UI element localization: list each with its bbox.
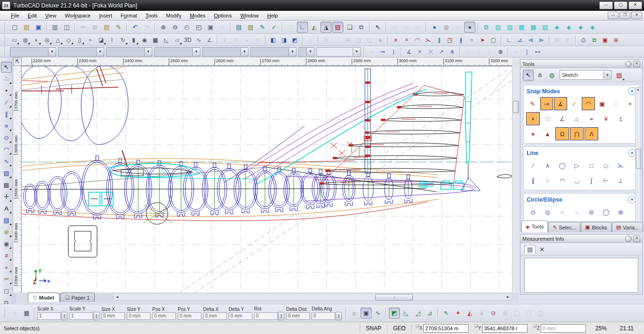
paint-bucket-button[interactable]: ▨ (332, 22, 343, 33)
mdi-restore-button[interactable]: ❐ (619, 12, 630, 19)
facet-edit-button[interactable]: ◧ (268, 35, 278, 45)
circle-tan-three[interactable]: ⊚ (614, 205, 627, 219)
horizontal-ruler[interactable]: 2200 mm2300 mm2400 mm2500 mm2600 mm2700 … (22, 57, 512, 66)
snap-quadrant[interactable]: Ω (555, 127, 569, 140)
render-hidden-line-button[interactable]: ◌ (453, 22, 463, 33)
clip-red-button[interactable]: ▣ (600, 35, 610, 45)
snap-tangent-from[interactable]: ⋂ (570, 127, 584, 140)
field-input[interactable]: 0 (312, 312, 335, 320)
snap-horizontal-ref[interactable]: ‡ (614, 112, 627, 125)
insert-part-button[interactable]: ⧉ (356, 22, 367, 33)
prism-select-button[interactable]: ◮ (321, 22, 331, 33)
circle-tan-to-line[interactable]: ⊘ (585, 205, 598, 219)
field-input[interactable]: 1 (69, 312, 93, 320)
vertical-ruler[interactable]: 3700 mm3600 mm3500 mm3400 mm3300 mm (13, 66, 22, 293)
field-input[interactable]: 0 mm (127, 312, 150, 320)
degrade-triangle-button[interactable]: ◭ (464, 308, 475, 318)
panel-node-select-button[interactable]: ⋔ (535, 70, 545, 81)
text-tool[interactable]: A (1, 203, 12, 214)
y-coordinate-field[interactable]: 3541,468378 r (482, 324, 528, 333)
pick-arrow-button[interactable]: ⇖ (441, 308, 452, 318)
menu-format[interactable]: Format (116, 12, 141, 19)
line-tangent-from-arc[interactable]: ◠ (555, 174, 569, 187)
line-irregular-polygon[interactable]: ▷ (570, 159, 584, 172)
paste-button[interactable]: ▤ (101, 22, 112, 33)
snap-vector-button[interactable]: ↗ (437, 47, 446, 57)
spinner[interactable]: ▲▼ (61, 312, 67, 320)
menu-tools[interactable]: Tools (141, 12, 162, 19)
node-delete-button[interactable]: ⊳ (537, 35, 546, 45)
circle-trim-button[interactable]: ○ (467, 35, 477, 45)
undo-button[interactable]: ↶ (130, 22, 140, 33)
multiline-tool[interactable]: ≡ (1, 121, 12, 131)
vscroll-thumb[interactable] (513, 101, 519, 113)
face-cut-button[interactable]: ◨ (279, 35, 289, 45)
edit-tool-button[interactable]: ▣ (361, 308, 372, 318)
view-back-cube-button[interactable]: ▨ (504, 22, 515, 33)
field-input[interactable]: 0 mm (152, 312, 176, 320)
box-tool[interactable]: ▧ (1, 168, 12, 179)
sheet-tab-paper1[interactable]: ❏Paper 1 (60, 293, 95, 302)
snap-quadrant-ellipse[interactable]: ◌ (610, 97, 623, 110)
snap-elevation[interactable]: ▲ (541, 127, 554, 140)
snap-angle-button[interactable]: ∡ (404, 47, 414, 57)
menu-edit[interactable]: Edit (24, 12, 41, 19)
no-fill-button[interactable]: ⊘ (488, 308, 499, 318)
sheet-tab-model[interactable]: ⬡Model (28, 293, 59, 302)
field-input[interactable]: 0 mm (229, 312, 252, 320)
snap-circle-tool[interactable]: ⊛ (1, 227, 12, 237)
chevron-down-icon[interactable]: ▼ (192, 48, 200, 56)
menu-modify[interactable]: Modify (162, 12, 185, 19)
palette-tab-varia[interactable]: ▤Varia... (612, 222, 643, 232)
print-button[interactable]: ▥ (50, 22, 60, 33)
torus-button[interactable]: ◎ (42, 35, 52, 45)
pin-icon[interactable] (625, 61, 632, 67)
prism-button[interactable]: ◇ (64, 35, 74, 45)
render-pick-button[interactable]: ◭ (309, 22, 320, 33)
chevron-down-icon[interactable]: ▼ (353, 48, 360, 56)
menu-window[interactable]: Window (236, 12, 263, 19)
helix-button[interactable]: ≈ (85, 35, 95, 45)
trim-lines-tool[interactable]: ≠ (1, 250, 12, 261)
cone-button[interactable]: △ (53, 35, 63, 45)
point-tool[interactable]: • (1, 85, 12, 96)
select-shaded-button[interactable]: ◩ (389, 308, 400, 318)
dimension-tool[interactable]: ✛ (1, 191, 12, 202)
snap-midpoint[interactable]: ∕ (568, 97, 581, 110)
palette-tab-tools[interactable]: ◈Tools (521, 220, 548, 232)
mdi-close-button[interactable]: ✕ (631, 12, 642, 19)
snap-star[interactable]: ∗ (526, 127, 540, 140)
title-bar[interactable]: 21 TurboCAD Deluxe 21.2 64-bit - [Foka W… (0, 0, 644, 11)
line-single[interactable]: ∕ (526, 159, 540, 172)
drawing-canvas[interactable]: Y Z x (22, 66, 512, 293)
hscroll-right-arrow[interactable]: ► (505, 294, 511, 300)
sweep-button[interactable]: ◉ (140, 35, 149, 45)
snap-toggle[interactable]: SNAP (361, 325, 386, 332)
insert-entity-button[interactable]: ⌂ (349, 308, 360, 318)
zoom-previous-button[interactable]: ◴ (182, 22, 192, 33)
pin-icon[interactable] (625, 236, 632, 242)
line-tangent-to-arc[interactable]: ◡ (570, 174, 584, 187)
offset-button[interactable]: ∥ (434, 35, 444, 45)
chevron-down-icon[interactable]: ▼ (144, 48, 152, 56)
camera-tool[interactable]: ◉ (1, 238, 12, 249)
trim-button[interactable]: ≠ (391, 35, 401, 45)
menu-modes[interactable]: Modes (186, 12, 210, 19)
cylinder-button[interactable]: ▯ (74, 35, 84, 45)
spell-check-button[interactable]: ✓ (269, 22, 280, 33)
print-preview-button[interactable]: ◫ (61, 22, 72, 33)
spinner[interactable]: ▲▼ (93, 312, 99, 320)
select-frame-tool[interactable]: ◻ (1, 285, 12, 296)
face-slice-button[interactable]: ◩ (290, 35, 300, 45)
stamp-button[interactable]: ⎙ (578, 35, 588, 45)
snap-perpendicular[interactable]: Λ (585, 127, 598, 140)
snap-face[interactable]: ⌂ (570, 112, 584, 125)
measurement-titlebar[interactable]: Measurement Info ✕ (520, 235, 642, 243)
meet-2-lines-button[interactable]: × (402, 35, 412, 45)
create-block-button[interactable]: ▨ (245, 22, 256, 33)
chevron-down-icon[interactable]: ▼ (96, 48, 104, 56)
view-iso-nw-button[interactable]: ◈ (587, 22, 598, 33)
revolve-button[interactable]: ↻ (118, 35, 128, 45)
spline-tool[interactable]: ∿ (1, 156, 12, 167)
field-input[interactable]: 0 mm (203, 312, 227, 320)
